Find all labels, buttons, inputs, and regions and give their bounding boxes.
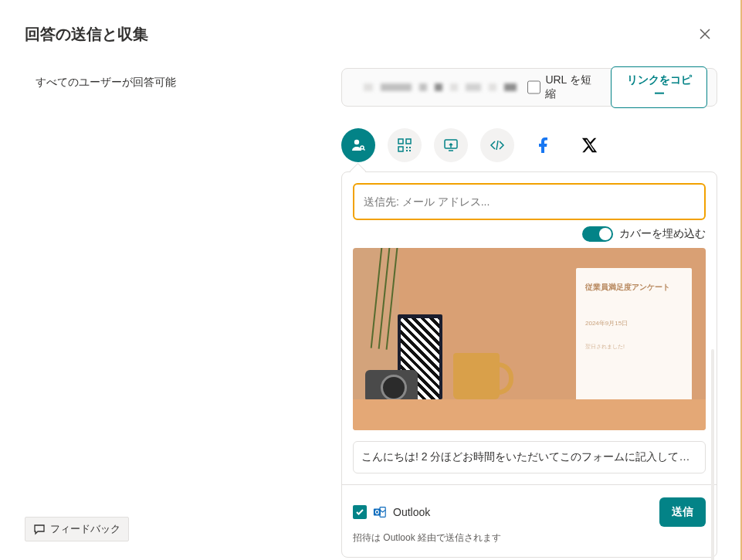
close-button[interactable]: [693, 22, 717, 46]
svg-rect-6: [409, 147, 411, 148]
svg-rect-4: [398, 147, 403, 151]
present-icon: [443, 137, 459, 153]
code-icon: [490, 137, 505, 153]
svg-rect-3: [406, 139, 411, 144]
x-icon: [581, 137, 598, 154]
svg-rect-2: [398, 139, 403, 144]
share-method-facebook[interactable]: [527, 128, 561, 162]
panel-scrollbar[interactable]: [711, 349, 714, 560]
email-message-input[interactable]: [353, 441, 706, 473]
cover-preview: 従業員満足度アンケート 2024年9月15日 翌日されました!: [353, 248, 706, 430]
share-method-qr[interactable]: [388, 128, 422, 162]
cover-card: 従業員満足度アンケート 2024年9月15日 翌日されました!: [576, 268, 692, 410]
invite-icon: [351, 137, 366, 153]
svg-rect-7: [406, 150, 408, 151]
shorten-url-checkbox-wrap[interactable]: URL を短縮: [527, 73, 600, 101]
svg-rect-8: [409, 150, 411, 151]
share-method-embed[interactable]: [480, 128, 514, 162]
outlook-hint: 招待は Outlook 経由で送信されます: [353, 531, 706, 545]
share-method-tabs: [341, 128, 717, 162]
url-preview: [351, 83, 517, 91]
shorten-url-checkbox[interactable]: [527, 80, 540, 94]
send-button[interactable]: 送信: [659, 497, 706, 527]
svg-rect-5: [406, 147, 408, 148]
share-method-x[interactable]: [573, 128, 607, 162]
outlook-icon: [373, 505, 387, 519]
svg-point-1: [361, 146, 364, 149]
copy-link-button[interactable]: リンクをコピー: [611, 66, 707, 108]
outlook-checkbox[interactable]: [353, 505, 367, 519]
email-recipient-input[interactable]: [353, 183, 706, 220]
check-icon: [355, 507, 364, 517]
cover-card-title: 従業員満足度アンケート: [585, 282, 683, 293]
embed-cover-toggle[interactable]: [582, 226, 613, 242]
comment-icon: [33, 523, 46, 535]
shorten-url-label: URL を短縮: [545, 73, 600, 101]
facebook-icon: [534, 136, 553, 154]
svg-rect-11: [374, 509, 381, 516]
respond-permission-text: すべてのユーザーが回答可能: [25, 76, 341, 90]
email-share-panel: カバーを埋め込む 従業員満足度アンケート 2024年9月15日 翌日されました!: [341, 171, 717, 558]
share-url-bar: URL を短縮 リンクをコピー: [341, 68, 717, 107]
share-method-present[interactable]: [434, 128, 468, 162]
embed-cover-label: カバーを埋め込む: [619, 227, 706, 241]
feedback-label: フィードバック: [50, 522, 120, 536]
cover-card-date: 2024年9月15日: [585, 319, 683, 328]
dialog-title: 回答の送信と収集: [25, 24, 148, 45]
feedback-button[interactable]: フィードバック: [25, 517, 129, 541]
outlook-label: Outlook: [393, 506, 430, 518]
share-method-invite[interactable]: [341, 128, 375, 162]
cover-card-note: 翌日されました!: [585, 343, 683, 351]
svg-point-0: [354, 140, 359, 144]
close-icon: [699, 28, 711, 40]
qr-icon: [397, 137, 412, 153]
